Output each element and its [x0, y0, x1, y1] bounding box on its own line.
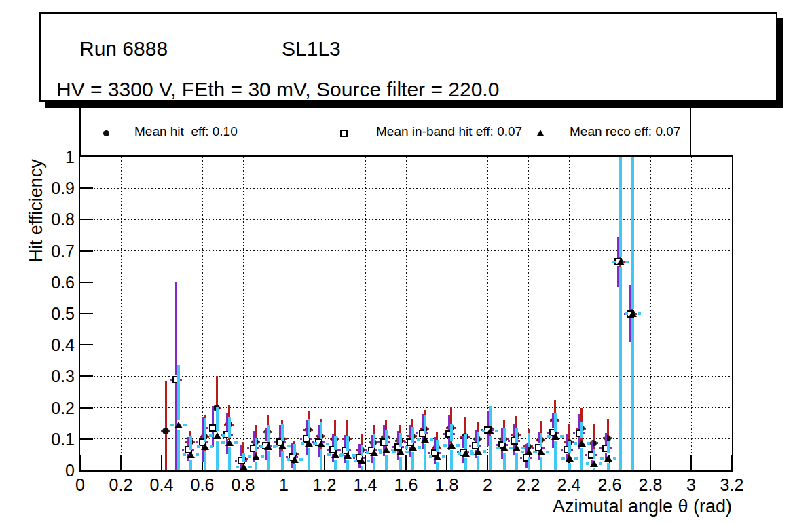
error-bar-horizontal — [354, 460, 357, 462]
error-bar-vertical — [346, 460, 349, 470]
error-bar-horizontal — [496, 447, 500, 449]
error-bar-horizontal — [587, 442, 590, 445]
error-bar-horizontal — [388, 441, 390, 443]
error-bar-horizontal — [236, 466, 239, 468]
error-bar-vertical — [320, 449, 322, 470]
filled-triangle-marker — [382, 447, 390, 453]
error-bar-horizontal — [274, 445, 278, 447]
error-bar-vertical — [373, 434, 375, 448]
filled-triangle-marker — [252, 453, 260, 460]
open-square-marker — [209, 424, 217, 432]
x-axis-title: Azimutal angle θ (rad) — [553, 496, 732, 517]
y-tick-label: 0 — [33, 461, 75, 481]
error-bar-horizontal — [583, 432, 585, 434]
error-bar-vertical — [385, 455, 388, 470]
y-axis-tick — [80, 250, 93, 252]
filled-triangle-marker — [551, 433, 559, 440]
filled-triangle-marker — [578, 440, 586, 447]
filled-triangle-marker — [409, 444, 417, 451]
filled-triangle-marker — [278, 443, 287, 449]
error-bar-horizontal — [285, 438, 287, 440]
error-bar-horizontal — [287, 458, 290, 461]
filled-triangle-marker — [629, 310, 637, 317]
error-bar-vertical — [554, 413, 557, 432]
y-axis-tick — [80, 282, 93, 283]
error-bar-vertical — [464, 458, 467, 470]
filled-triangle-marker — [566, 455, 574, 462]
error-bar-horizontal — [183, 424, 187, 426]
error-bar-horizontal — [599, 462, 602, 465]
error-bar-vertical — [607, 441, 610, 453]
grid-line-horizontal — [80, 219, 732, 220]
error-bar-horizontal — [495, 430, 498, 432]
error-bar-vertical — [450, 450, 453, 470]
error-bar-vertical — [436, 462, 439, 470]
error-bar-horizontal — [180, 379, 182, 381]
error-bar-horizontal — [481, 438, 482, 440]
error-bar-vertical — [175, 282, 177, 375]
error-bar-horizontal — [259, 441, 260, 443]
error-bar-vertical — [450, 407, 452, 424]
error-bar-vertical — [189, 460, 192, 470]
error-bar-vertical — [204, 451, 206, 470]
error-bar-horizontal — [482, 430, 485, 432]
error-bar-horizontal — [519, 434, 521, 436]
error-bar-vertical — [293, 444, 296, 455]
error-bar-vertical — [503, 428, 506, 443]
error-bar-horizontal — [312, 429, 313, 431]
error-bar-horizontal — [530, 457, 532, 459]
error-bar-vertical — [528, 433, 530, 447]
error-bar-vertical — [607, 419, 609, 435]
error-bar-horizontal — [561, 457, 565, 460]
x-axis-tick — [405, 455, 407, 470]
x-axis-tick — [161, 455, 162, 470]
error-bar-vertical — [165, 434, 167, 470]
error-bar-horizontal — [453, 433, 455, 435]
x-axis-tick — [79, 455, 81, 470]
grid-line-horizontal — [80, 188, 732, 189]
error-bar-horizontal — [402, 446, 404, 448]
error-bar-horizontal — [625, 261, 629, 263]
y-tick-label: 0.3 — [33, 367, 75, 386]
filled-triangle-marker — [344, 452, 352, 459]
error-bar-vertical — [255, 438, 257, 452]
grid-line-horizontal — [80, 282, 732, 282]
error-bar-vertical — [424, 444, 426, 470]
error-bar-horizontal — [440, 447, 441, 449]
error-bar-horizontal — [430, 438, 433, 441]
error-bar-vertical — [477, 432, 479, 447]
error-bar-horizontal — [479, 445, 481, 447]
error-bar-horizontal — [426, 432, 428, 434]
error-bar-horizontal — [544, 439, 545, 441]
filled-triangle-marker — [370, 449, 378, 456]
error-bar-horizontal — [416, 435, 417, 437]
error-bar-vertical — [554, 441, 557, 470]
error-bar-vertical — [411, 452, 414, 470]
error-bar-horizontal — [418, 446, 421, 449]
filled-triangle-marker — [225, 439, 234, 446]
error-bar-horizontal — [612, 261, 616, 263]
error-bar-vertical — [568, 441, 571, 453]
error-bar-vertical — [334, 420, 336, 436]
error-bar-horizontal — [456, 444, 460, 447]
error-bar-vertical — [411, 427, 414, 443]
error-bar-horizontal — [183, 453, 186, 456]
error-bar-vertical — [399, 433, 402, 447]
filled-triangle-marker — [213, 432, 221, 439]
error-bar-vertical — [189, 436, 192, 450]
filled-triangle-marker — [174, 422, 183, 428]
error-bar-vertical — [515, 453, 518, 470]
error-bar-horizontal — [428, 428, 429, 430]
error-bar-vertical — [216, 376, 218, 404]
error-bar-vertical — [228, 447, 231, 470]
error-bar-horizontal — [518, 440, 520, 442]
error-bar-horizontal — [339, 454, 343, 457]
error-bar-horizontal — [586, 462, 589, 465]
error-bar-horizontal — [470, 450, 473, 453]
error-bar-horizontal — [197, 445, 200, 448]
error-bar-horizontal — [442, 455, 445, 458]
error-bar-vertical — [293, 464, 296, 470]
error-bar-horizontal — [611, 437, 612, 439]
title-pave: Run 6888 SL1L3 HV = 3300 V, FEth = 30 mV… — [39, 12, 777, 102]
error-bar-vertical — [464, 434, 467, 449]
